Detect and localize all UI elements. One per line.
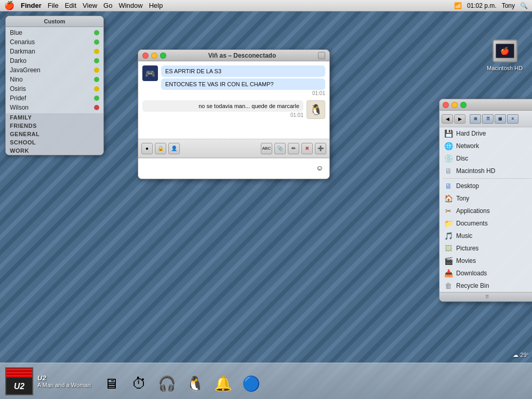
toolbar-edit[interactable]: ✏ — [288, 143, 299, 154]
finder-forward-button[interactable]: ▶ — [454, 114, 466, 124]
finder-item-applications[interactable]: ✂ Applications — [440, 205, 532, 217]
chat-titlebar: Viñ as – Desconectado — [138, 50, 329, 61]
finder-close-button[interactable] — [443, 102, 449, 108]
dock-item-network[interactable]: 🔵 — [238, 367, 264, 395]
macintosh-hd-icon[interactable]: 🍎 Macintosh HD — [483, 36, 526, 74]
close-button[interactable] — [142, 52, 149, 59]
contact-wilson[interactable]: Wilson — [6, 103, 103, 112]
toolbar-status[interactable]: ● — [141, 143, 153, 154]
menu-spotlight[interactable]: 🔍 — [520, 2, 528, 9]
finder-icon-view[interactable]: ⊞ — [470, 114, 481, 124]
contact-status-nino — [94, 77, 99, 82]
finder-back-button[interactable]: ◀ — [442, 114, 453, 124]
contact-cenarius[interactable]: Cenarius — [6, 37, 103, 47]
dock-item-headphones[interactable]: 🎧 — [154, 367, 180, 395]
chat-input-field[interactable] — [141, 165, 316, 172]
contact-name-pridef: Pridef — [10, 95, 26, 102]
menu-user[interactable]: Tony — [502, 2, 515, 9]
finder-coverflow-view[interactable]: ≡ — [507, 114, 518, 124]
toolbar-attach[interactable]: 📎 — [274, 143, 286, 154]
finder-item-recycle[interactable]: 🗑 Recycle Bin — [440, 280, 532, 292]
contact-darkman[interactable]: Darkman — [6, 47, 103, 56]
apple-menu[interactable]: 🍎 — [4, 1, 15, 10]
contacts-list: Blue Cenarius Darkman Darko JavaGreen Ni… — [6, 27, 103, 113]
chat-title: Viñ as – Desconectado — [166, 52, 318, 59]
message-2: 🐧 no se todavia man... quede de marcarle… — [142, 100, 325, 119]
documents-icon: 📁 — [444, 219, 453, 228]
toolbar-add[interactable]: ➕ — [315, 143, 326, 154]
finder-list-view[interactable]: ☰ — [482, 114, 494, 124]
weather-widget: ☁ 29° — [513, 352, 529, 358]
finder-item-desktop[interactable]: 🖥 Desktop — [440, 180, 532, 192]
contact-name-darkman: Darkman — [10, 48, 35, 55]
finder-item-macintoshhd[interactable]: 🖥 Macintosh HD — [440, 165, 532, 177]
menu-view[interactable]: View — [83, 2, 97, 9]
contact-darko[interactable]: Darko — [6, 56, 103, 65]
apple-logo-icon: 🍎 — [500, 47, 509, 55]
emoji-button[interactable]: ☺ — [316, 164, 326, 174]
group-school[interactable]: School — [6, 138, 103, 147]
contact-osiris[interactable]: Osiris — [6, 84, 103, 94]
finder-bottom-bar: ⠿ — [440, 292, 532, 301]
finder-item-label-documents: Documents — [456, 220, 488, 227]
contact-status-osiris — [94, 86, 99, 91]
finder-item-movies[interactable]: 🎬 Movies — [440, 255, 532, 267]
toolbar-profile[interactable]: 👤 — [168, 143, 180, 154]
menu-go[interactable]: Go — [103, 2, 112, 9]
group-work[interactable]: Work — [6, 147, 103, 155]
finder-item-label-recycle: Recycle Bin — [456, 282, 489, 289]
contact-nino[interactable]: Nino — [6, 75, 103, 84]
desktop-finder-icon: 🖥 — [444, 181, 453, 191]
toolbar-disconnect[interactable]: ✖ — [301, 143, 313, 154]
finder-minimize-button[interactable] — [451, 102, 458, 108]
finder-item-tony[interactable]: 🏠 Tony — [440, 192, 532, 205]
toolbar-encryption[interactable]: 🔒 — [155, 143, 166, 154]
finder-item-downloads[interactable]: 📥 Downloads — [440, 267, 532, 280]
contact-pridef[interactable]: Pridef — [6, 94, 103, 103]
group-friends[interactable]: Friends — [6, 122, 103, 130]
toolbar-format[interactable]: ABC — [261, 143, 272, 154]
finder-item-label-disc: Disc — [456, 155, 468, 162]
zoom-button[interactable] — [318, 52, 325, 59]
dock-item-growl[interactable]: 🔔 — [210, 367, 236, 395]
menu-file[interactable]: File — [48, 2, 59, 9]
finder-window: ◀ ▶ ⊞ ☰ ▦ ≡ 💾 Hard Drive 🌐 Network 💿 Dis… — [439, 99, 532, 302]
dock-item-adium[interactable]: 🐧 — [182, 367, 208, 395]
dock: U2 U2 A Man and a Woman 🖥 ⏱ 🎧 🐧 🔔 🔵 — [0, 363, 532, 399]
menu-finder[interactable]: Finder — [21, 2, 42, 9]
finder-item-network[interactable]: 🌐 Network — [440, 140, 532, 152]
minimize-button[interactable] — [151, 52, 157, 59]
dock-item-activity[interactable]: ⏱ — [126, 367, 152, 395]
finder-item-disc[interactable]: 💿 Disc — [440, 152, 532, 165]
album-stripes — [6, 368, 32, 378]
contact-name-blue: Blue — [10, 29, 22, 36]
maximize-button[interactable] — [160, 52, 166, 59]
finder-maximize-button[interactable] — [460, 102, 467, 108]
contact-blue[interactable]: Blue — [6, 28, 103, 37]
menu-window[interactable]: Window — [118, 2, 142, 9]
finder-resize-handle[interactable]: ⠿ — [485, 294, 489, 300]
finder-item-music[interactable]: 🎵 Music — [440, 230, 532, 242]
message-text-1: ES APRTIR DE LA S3 — [161, 65, 325, 77]
recycle-bin-icon: 🗑 — [444, 281, 453, 290]
finder-item-pictures[interactable]: 🖼 Pictures — [440, 242, 532, 255]
contact-javagreen[interactable]: JavaGreen — [6, 65, 103, 75]
dock-growl-icon: 🔔 — [212, 373, 235, 395]
finder-item-harddrive[interactable]: 💾 Hard Drive — [440, 127, 532, 140]
finder-item-documents[interactable]: 📁 Documents — [440, 217, 532, 230]
finder-column-view[interactable]: ▦ — [495, 114, 506, 124]
finder-item-label-music: Music — [456, 232, 472, 240]
group-family[interactable]: Family — [6, 113, 103, 122]
finder-toolbar: ◀ ▶ ⊞ ☰ ▦ ≡ — [440, 111, 532, 127]
dock-network-icon: 🔵 — [240, 373, 263, 395]
menu-edit[interactable]: Edit — [65, 2, 76, 9]
finder-item-label-desktop: Desktop — [456, 182, 479, 190]
dock-finder-icon: 🖥 — [100, 373, 123, 395]
message-1: 🎮 ES APRTIR DE LA S3 ENTOCNES TE VAS IR … — [142, 65, 325, 96]
menu-help[interactable]: Help — [149, 2, 163, 9]
finder-window-controls — [443, 102, 467, 108]
finder-item-label-downloads: Downloads — [456, 270, 487, 277]
album-title: A Man and a Woman — [37, 382, 91, 388]
group-general[interactable]: General — [6, 130, 103, 138]
dock-item-finder[interactable]: 🖥 — [98, 367, 124, 395]
